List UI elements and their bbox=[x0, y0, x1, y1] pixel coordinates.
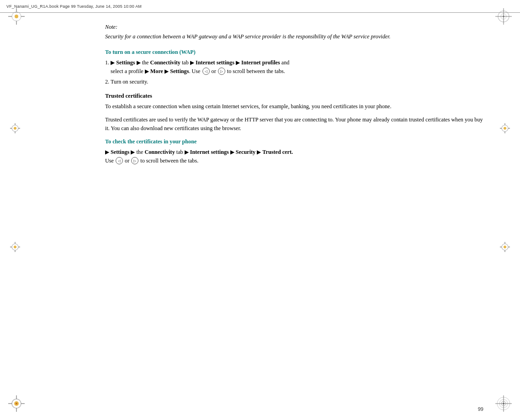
side-mark-left-top bbox=[10, 123, 20, 135]
note-section: Note: Security for a connection between … bbox=[105, 23, 483, 41]
wap-heading: To turn on a secure connection (WAP) bbox=[105, 48, 483, 57]
svg-point-43 bbox=[504, 246, 506, 248]
check-internet-settings: Internet settings bbox=[190, 149, 229, 155]
check-security: Security bbox=[236, 149, 255, 155]
trusted-section: Trusted certificates To establish a secu… bbox=[105, 92, 483, 133]
side-mark-left-mid bbox=[10, 242, 20, 254]
step1-connectivity: Connectivity bbox=[150, 59, 180, 66]
svg-point-31 bbox=[14, 246, 16, 248]
nav-left-icon bbox=[202, 68, 210, 75]
check-nav-left-icon bbox=[116, 157, 123, 164]
step1-settings2: Settings bbox=[170, 68, 189, 74]
step1-internet-settings: Internet settings bbox=[196, 59, 234, 66]
svg-point-25 bbox=[14, 127, 16, 130]
trusted-body2: Trusted certificates are used to verify … bbox=[105, 116, 483, 133]
nav-right-icon bbox=[218, 68, 225, 75]
main-content: Note: Security for a connection between … bbox=[105, 23, 483, 169]
svg-point-1 bbox=[15, 15, 18, 18]
corner-mark-br bbox=[495, 395, 512, 412]
trusted-heading: Trusted certificates bbox=[105, 92, 483, 100]
step1-internet-profiles: Internet profiles bbox=[241, 59, 280, 66]
corner-mark-bl bbox=[8, 395, 25, 412]
check-cert-section: To check the certificates in your phone … bbox=[105, 137, 483, 165]
check-cert-heading: To check the certificates in your phone bbox=[105, 137, 483, 146]
check-settings: Settings bbox=[111, 149, 129, 155]
wap-section: To turn on a secure connection (WAP) 1. … bbox=[105, 48, 483, 86]
check-cert-step: ▶ Settings ▶ the Connectivity tab ▶ Inte… bbox=[105, 148, 483, 165]
note-text: Security for a connection between a WAP … bbox=[105, 32, 483, 41]
check-trusted-cert: Trusted cert. bbox=[262, 149, 293, 155]
step1-settings: Settings bbox=[116, 59, 135, 66]
check-connectivity: Connectivity bbox=[144, 149, 175, 155]
step1: 1. ▶ Settings ▶ the Connectivity tab ▶ I… bbox=[105, 58, 483, 76]
step1-more: More bbox=[150, 68, 163, 74]
step1-line2: select a profile ▶ More ▶ Settings. Use … bbox=[111, 67, 483, 76]
svg-point-13 bbox=[16, 403, 17, 404]
page-number: 99 bbox=[478, 406, 483, 412]
note-label: Note: bbox=[105, 23, 483, 31]
trusted-body1: To establish a secure connection when us… bbox=[105, 102, 483, 111]
side-mark-right-mid bbox=[500, 242, 510, 254]
header-text: VF_Nanami_UG_R1A.book Page 99 Tuesday, J… bbox=[6, 4, 142, 9]
check-nav-right-icon bbox=[131, 157, 138, 164]
step2: 2. Turn on security. bbox=[105, 78, 483, 86]
svg-point-37 bbox=[504, 127, 506, 130]
side-mark-right-top bbox=[500, 123, 510, 135]
header-bar: VF_Nanami_UG_R1A.book Page 99 Tuesday, J… bbox=[0, 0, 520, 13]
